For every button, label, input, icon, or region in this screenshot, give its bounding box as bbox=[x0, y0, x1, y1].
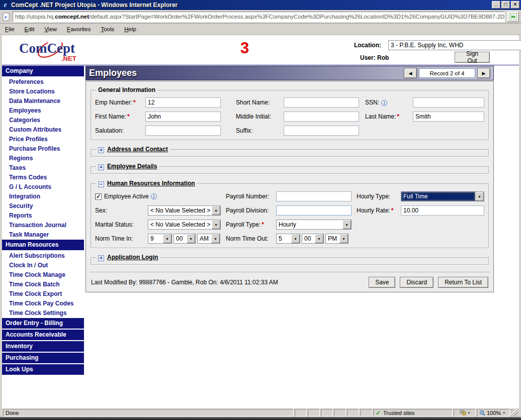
chevron-down-icon[interactable]: ▼ bbox=[315, 234, 323, 243]
go-button[interactable] bbox=[507, 12, 519, 22]
sidebar-item-time-clock-pay-codes[interactable]: Time Clock Pay Codes bbox=[2, 299, 84, 308]
ssn-input[interactable] bbox=[413, 97, 484, 108]
save-button[interactable]: Save bbox=[369, 277, 395, 288]
zoom-control[interactable]: 100% ▼ bbox=[477, 409, 510, 416]
emp-number-input[interactable] bbox=[145, 97, 221, 108]
chevron-down-icon[interactable]: ▼ bbox=[163, 234, 171, 243]
status-segment bbox=[308, 409, 320, 416]
hourly-rate-input[interactable] bbox=[401, 205, 484, 216]
next-record-button[interactable]: ▶ bbox=[477, 68, 490, 78]
sidebar-item-taxes[interactable]: Taxes bbox=[2, 163, 84, 173]
norm-time-in-minute-select[interactable]: 00 ▼ bbox=[173, 234, 196, 244]
middle-initial-input[interactable] bbox=[284, 112, 359, 122]
info-icon[interactable]: i bbox=[151, 193, 157, 199]
norm-time-out-meridiem-select[interactable]: PM ▼ bbox=[325, 234, 349, 244]
first-name-input[interactable] bbox=[145, 112, 221, 122]
menu-edit[interactable]: Edit bbox=[25, 26, 35, 32]
address-contact-title[interactable]: Address and Contact bbox=[107, 146, 168, 153]
payroll-number-input[interactable] bbox=[276, 191, 352, 201]
sidebar-item-alert-subscriptions[interactable]: Alert Subscriptions bbox=[2, 251, 84, 261]
sidebar-section-human-resources[interactable]: Human Resources bbox=[2, 240, 84, 251]
marital-status-select[interactable]: < No Value Selected > ▼ bbox=[148, 220, 221, 230]
sidebar-item-integration[interactable]: Integration bbox=[2, 192, 84, 201]
chevron-down-icon[interactable]: ▼ bbox=[212, 220, 220, 229]
sidebar-section-accounts-receivable[interactable]: Accounts Receivable bbox=[2, 330, 84, 341]
payroll-type-select[interactable]: Hourly ▼ bbox=[276, 220, 352, 230]
expand-icon[interactable]: + bbox=[98, 255, 104, 261]
required-icon: * bbox=[397, 113, 399, 120]
minimize-button[interactable]: _ bbox=[492, 1, 500, 9]
menu-favorites[interactable]: Favorites bbox=[67, 26, 91, 32]
norm-time-out-minute-select[interactable]: 00 ▼ bbox=[302, 234, 324, 244]
sidebar-item-time-clock-export[interactable]: Time Clock Export bbox=[2, 289, 84, 299]
sidebar-item-price-profiles[interactable]: Price Profiles bbox=[2, 135, 84, 144]
chevron-down-icon[interactable]: ▼ bbox=[475, 192, 484, 201]
norm-time-out-hour-select[interactable]: 5 ▼ bbox=[276, 234, 300, 244]
sidebar-item-time-clock-settings[interactable]: Time Clock Settings bbox=[2, 308, 84, 318]
general-information-legend: General Information bbox=[98, 86, 155, 93]
collapse-icon[interactable]: − bbox=[98, 181, 104, 187]
menu-view[interactable]: View bbox=[44, 26, 57, 32]
resize-grip[interactable] bbox=[511, 409, 518, 416]
sidebar-item-task-manager[interactable]: Task Manager bbox=[2, 230, 84, 240]
application-login-title[interactable]: Application Login bbox=[107, 254, 158, 261]
protected-mode-control[interactable]: ▼ bbox=[454, 409, 476, 416]
chevron-down-icon[interactable]: ▼ bbox=[211, 234, 220, 243]
norm-time-in-meridiem-select[interactable]: AM ▼ bbox=[197, 234, 220, 244]
sidebar-item-data-maintenance[interactable]: Data Maintenance bbox=[2, 96, 84, 106]
employee-active-checkbox[interactable]: ✓ bbox=[95, 193, 102, 200]
sidebar-item-employees[interactable]: Employees bbox=[2, 106, 84, 116]
menu-help[interactable]: Help bbox=[124, 26, 136, 32]
short-name-input[interactable] bbox=[284, 97, 359, 108]
expand-icon[interactable]: + bbox=[98, 164, 104, 170]
sidebar-item-security[interactable]: Security bbox=[2, 201, 84, 211]
return-to-list-button[interactable]: Return To List bbox=[438, 277, 488, 288]
sidebar-item-terms-codes[interactable]: Terms Codes bbox=[2, 173, 84, 182]
sidebar-item-time-clock-manage[interactable]: Time Clock Manage bbox=[2, 270, 84, 280]
chevron-down-icon[interactable]: ▼ bbox=[187, 234, 195, 243]
last-name-input[interactable] bbox=[413, 112, 484, 122]
sidebar-item-purchase-profiles[interactable]: Purchase Profiles bbox=[2, 144, 84, 154]
sidebar-item-reports[interactable]: Reports bbox=[2, 211, 84, 221]
payroll-number-label: Payroll Number: bbox=[226, 193, 276, 200]
sex-label: Sex: bbox=[95, 207, 148, 214]
menu-file[interactable]: File bbox=[5, 26, 15, 32]
location-select[interactable]: 3 - P.B.E. Supply Inc, WHD ▼ bbox=[388, 40, 521, 50]
chevron-down-icon[interactable]: ▼ bbox=[291, 234, 300, 243]
hourly-type-select[interactable]: Full Time ▼ bbox=[401, 191, 484, 201]
previous-record-button[interactable]: ◀ bbox=[404, 68, 417, 78]
sidebar-item-gl-accounts[interactable]: G / L Accounts bbox=[2, 182, 84, 192]
expand-icon[interactable]: + bbox=[98, 147, 104, 153]
sidebar-section-order-entry-billing[interactable]: Order Entry - Billing bbox=[2, 318, 84, 330]
close-button[interactable]: × bbox=[511, 1, 519, 9]
sidebar-section-company[interactable]: Company bbox=[2, 66, 84, 77]
sidebar-item-custom-attributes[interactable]: Custom Attributes bbox=[2, 125, 84, 135]
address-input[interactable]: http://utopia.hq.comcept.net/default.asp… bbox=[13, 12, 505, 22]
sidebar-item-clock-in-out[interactable]: Clock In / Out bbox=[2, 261, 84, 270]
chevron-down-icon[interactable]: ▼ bbox=[339, 234, 348, 243]
sidebar-section-look-ups[interactable]: Look Ups bbox=[2, 364, 84, 376]
norm-time-in-hour-select[interactable]: 9 ▼ bbox=[148, 234, 172, 244]
payroll-division-input[interactable] bbox=[276, 205, 352, 216]
employee-details-title[interactable]: Employee Details bbox=[107, 163, 157, 170]
sidebar-item-store-locations[interactable]: Store Locations bbox=[2, 87, 84, 96]
info-icon[interactable]: i bbox=[381, 100, 387, 106]
url-domain: comcept.net bbox=[55, 14, 89, 20]
suffix-input[interactable] bbox=[284, 126, 359, 136]
sex-select[interactable]: < No Value Selected > ▼ bbox=[148, 205, 221, 216]
discard-button[interactable]: Discard bbox=[400, 277, 433, 288]
human-resources-title[interactable]: Human Resources Information bbox=[107, 180, 195, 187]
sidebar-item-categories[interactable]: Categories bbox=[2, 116, 84, 125]
sidebar-section-inventory[interactable]: Inventory bbox=[2, 341, 84, 353]
sidebar-item-time-clock-batch[interactable]: Time Clock Batch bbox=[2, 280, 84, 289]
sign-out-button[interactable]: Sign Out bbox=[455, 52, 490, 63]
salutation-input[interactable] bbox=[145, 126, 221, 136]
sidebar-item-transaction-journal[interactable]: Transaction Journal bbox=[2, 221, 84, 230]
sidebar-item-regions[interactable]: Regions bbox=[2, 154, 84, 163]
chevron-down-icon[interactable]: ▼ bbox=[342, 220, 351, 229]
menu-tools[interactable]: Tools bbox=[101, 26, 114, 32]
sidebar-item-preferences[interactable]: Preferences bbox=[2, 77, 84, 87]
maximize-button[interactable]: □ bbox=[501, 1, 510, 9]
sidebar-section-purchasing[interactable]: Purchasing bbox=[2, 353, 84, 364]
chevron-down-icon[interactable]: ▼ bbox=[212, 206, 220, 215]
